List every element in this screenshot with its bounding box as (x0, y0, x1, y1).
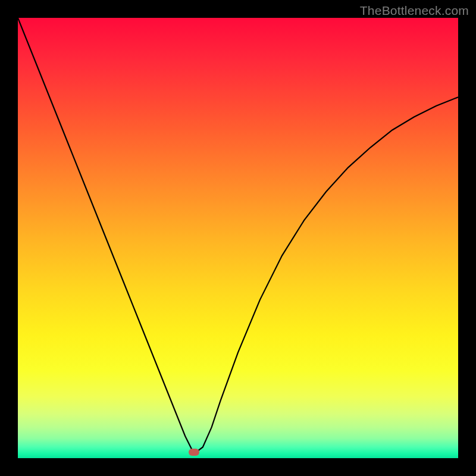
minimum-marker (189, 449, 199, 456)
curve-svg (18, 18, 458, 458)
plot-area (18, 18, 458, 458)
chart-frame: TheBottleneck.com (0, 0, 476, 476)
bottleneck-curve (18, 18, 458, 454)
watermark-text: TheBottleneck.com (360, 4, 469, 18)
